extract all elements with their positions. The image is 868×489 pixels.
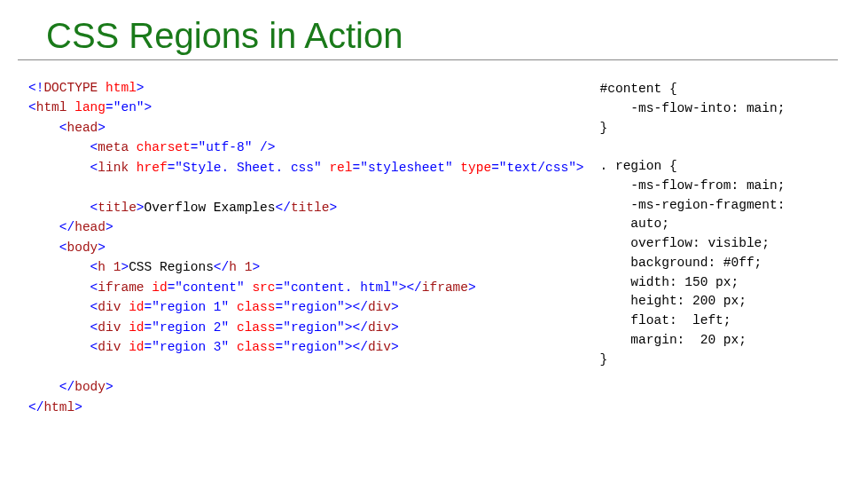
- code-token: </: [28, 380, 74, 394]
- code-token: >: [98, 241, 106, 255]
- code-token: h 1: [98, 260, 121, 274]
- code-token: div: [368, 300, 391, 314]
- code-line: }: [600, 352, 608, 367]
- code-token: div: [368, 340, 391, 354]
- code-token: div: [98, 320, 121, 335]
- code-token: <: [28, 300, 98, 314]
- code-token: <!: [28, 81, 43, 95]
- code-token: </: [28, 220, 74, 234]
- code-token: <: [28, 340, 98, 354]
- code-token: id: [129, 340, 144, 354]
- code-token: >: [106, 220, 113, 234]
- css-code-block: #content { -ms-flow-into: main; } . regi…: [600, 78, 786, 417]
- code-token: >: [468, 280, 476, 295]
- code-line: background: #0ff;: [600, 256, 762, 270]
- code-token: >: [329, 201, 337, 215]
- code-token: link: [98, 161, 129, 175]
- code-token: <: [28, 140, 98, 154]
- code-token: <: [28, 201, 98, 215]
- code-token: [98, 81, 106, 95]
- code-token: type: [460, 161, 491, 175]
- code-token: ="region 2": [145, 320, 237, 335]
- code-token: [121, 320, 129, 335]
- code-token: lang: [74, 100, 106, 114]
- code-line: float: left;: [600, 313, 731, 327]
- code-token: div: [98, 340, 121, 354]
- code-token: class: [237, 300, 276, 314]
- code-token: src: [252, 280, 275, 295]
- code-token: ="stylesheet": [353, 161, 461, 175]
- code-token: >: [391, 340, 399, 354]
- code-token: >: [98, 121, 106, 135]
- code-token: iframe: [422, 280, 468, 295]
- code-token: h 1: [229, 260, 252, 274]
- code-line: -ms-flow-into: main;: [600, 101, 786, 115]
- code-token: body: [67, 241, 98, 255]
- code-token: [129, 140, 137, 154]
- code-token: </: [275, 201, 290, 215]
- code-token: html: [106, 81, 137, 95]
- code-token: ="region 3": [145, 340, 237, 354]
- code-token: class: [237, 340, 276, 354]
- slide-title: CSS Regions in Action: [18, 0, 838, 60]
- code-token: Overflow Examples: [145, 201, 276, 215]
- code-token: <: [28, 320, 98, 335]
- code-token: ="region"></: [275, 320, 367, 335]
- code-token: <: [28, 260, 98, 274]
- code-line: #content {: [600, 82, 677, 96]
- code-token: [145, 280, 152, 295]
- code-token: >: [137, 81, 145, 95]
- code-token: title: [291, 201, 330, 215]
- code-token: </: [214, 260, 229, 274]
- code-token: >: [106, 380, 113, 394]
- code-token: ="region 1": [145, 300, 237, 314]
- code-token: ="text/css">: [491, 161, 583, 175]
- code-token: id: [129, 300, 144, 314]
- code-token: html: [36, 100, 67, 114]
- code-line: height: 200 px;: [600, 294, 747, 308]
- code-token: div: [368, 320, 391, 335]
- code-token: ="utf-8" />: [191, 140, 276, 154]
- code-token: id: [152, 280, 167, 295]
- code-line: -ms-flow-from: main;: [600, 178, 786, 193]
- code-token: [121, 300, 129, 314]
- code-token: >: [74, 400, 82, 414]
- html-code-block: <!DOCTYPE html> <html lang="en"> <head> …: [28, 78, 584, 417]
- code-line: }: [600, 121, 608, 135]
- code-token: ="Style. Sheet. css": [168, 161, 330, 175]
- code-token: ="region"></: [275, 300, 367, 314]
- code-line: auto;: [600, 217, 669, 231]
- code-token: ="content. html"></: [275, 280, 421, 295]
- code-token: html: [43, 400, 74, 414]
- code-token: </: [28, 400, 43, 414]
- code-token: >: [391, 300, 399, 314]
- code-token: iframe: [98, 280, 144, 295]
- code-token: CSS Regions: [129, 260, 214, 274]
- code-line: . region {: [600, 159, 677, 173]
- code-token: rel: [329, 161, 352, 175]
- code-token: title: [98, 201, 137, 215]
- code-token: <: [28, 121, 67, 135]
- content-area: <!DOCTYPE html> <html lang="en"> <head> …: [0, 60, 868, 417]
- code-token: div: [98, 300, 121, 314]
- code-token: <: [28, 280, 98, 295]
- code-token: <: [28, 161, 98, 175]
- code-token: charset: [137, 140, 191, 154]
- code-token: ="region"></: [275, 340, 367, 354]
- code-token: ="en">: [106, 100, 152, 114]
- code-token: >: [391, 320, 399, 335]
- code-token: head: [67, 121, 98, 135]
- code-token: id: [129, 320, 144, 335]
- code-token: [67, 100, 75, 114]
- code-token: >: [121, 260, 129, 274]
- code-token: <: [28, 241, 67, 255]
- code-token: href: [137, 161, 168, 175]
- code-line: -ms-region-fragment:: [600, 198, 786, 212]
- code-line: overflow: visible;: [600, 236, 770, 250]
- code-token: >: [137, 201, 145, 215]
- code-token: [129, 161, 137, 175]
- code-token: <: [28, 100, 36, 114]
- code-token: class: [237, 320, 276, 335]
- code-token: >: [252, 260, 260, 274]
- code-line: margin: 20 px;: [600, 333, 747, 347]
